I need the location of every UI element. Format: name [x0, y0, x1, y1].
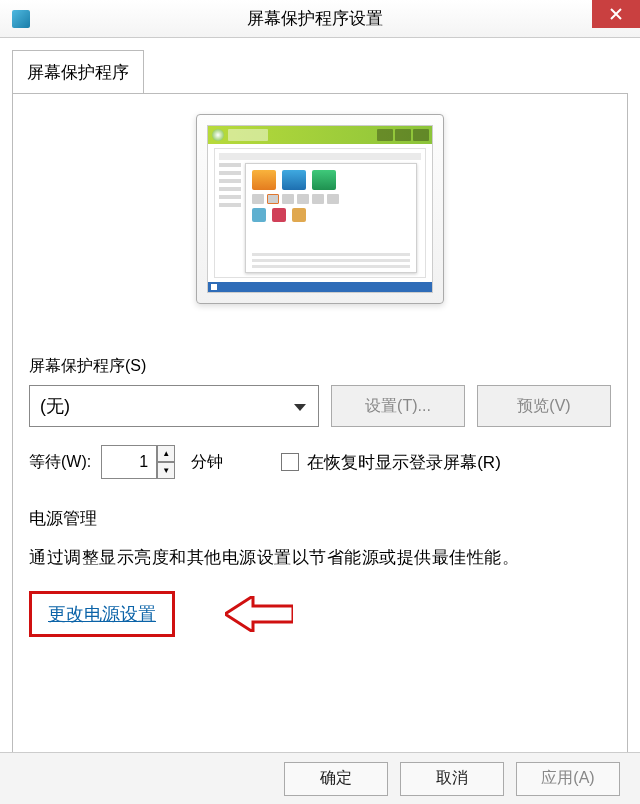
checkbox-icon: [281, 453, 299, 471]
app-icon: [12, 10, 30, 28]
screensaver-select[interactable]: (无): [29, 385, 319, 427]
preview-button[interactable]: 预览(V): [477, 385, 611, 427]
power-description: 通过调整显示亮度和其他电源设置以节省能源或提供最佳性能。: [29, 546, 611, 569]
screensaver-select-value: (无): [40, 394, 70, 418]
resume-checkbox-label: 在恢复时显示登录屏幕(R): [307, 451, 501, 474]
close-button[interactable]: [592, 0, 640, 28]
cancel-button[interactable]: 取消: [400, 762, 504, 796]
spinner-up[interactable]: ▲: [157, 445, 175, 462]
tab-panel: 屏幕保护程序(S) (无) 设置(T)... 预览(V) 等待(W): 1 ▲ …: [12, 93, 628, 773]
preview-monitor: [29, 114, 611, 318]
wait-label: 等待(W):: [29, 452, 91, 473]
titlebar: 屏幕保护程序设置: [0, 0, 640, 38]
wait-input[interactable]: 1: [101, 445, 157, 479]
spinner-down[interactable]: ▼: [157, 462, 175, 479]
window-title: 屏幕保护程序设置: [30, 7, 600, 30]
screensaver-heading: 屏幕保护程序(S): [29, 356, 611, 377]
close-icon: [610, 8, 622, 20]
annotation-arrow-icon: [225, 596, 293, 632]
power-heading: 电源管理: [29, 507, 611, 530]
settings-button[interactable]: 设置(T)...: [331, 385, 465, 427]
dialog-footer: 确定 取消 应用(A): [0, 752, 640, 804]
monitor-screen: [207, 125, 433, 293]
tab-screensaver[interactable]: 屏幕保护程序: [12, 50, 144, 94]
resume-checkbox[interactable]: 在恢复时显示登录屏幕(R): [281, 451, 501, 474]
highlight-box: 更改电源设置: [29, 591, 175, 637]
tab-strip: 屏幕保护程序: [12, 50, 640, 94]
change-power-link[interactable]: 更改电源设置: [48, 604, 156, 624]
wait-unit: 分钟: [191, 452, 223, 473]
ok-button[interactable]: 确定: [284, 762, 388, 796]
apply-button[interactable]: 应用(A): [516, 762, 620, 796]
